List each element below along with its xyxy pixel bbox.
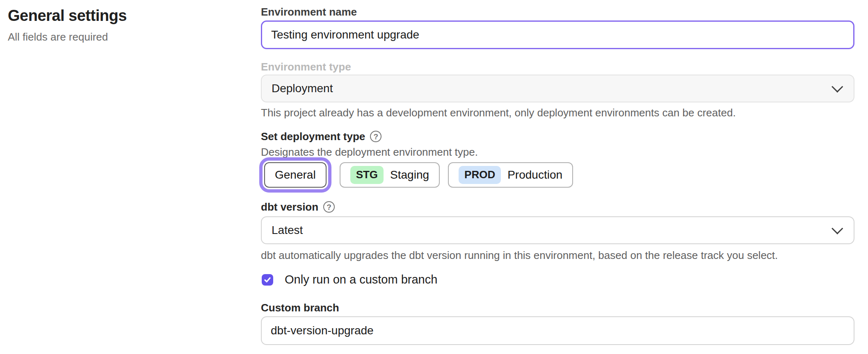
production-badge: PROD [459, 166, 501, 184]
custom-branch-checkbox[interactable] [262, 274, 273, 286]
chevron-down-icon [831, 81, 843, 93]
dbt-version-label: dbt version [261, 200, 318, 214]
deployment-type-general-button[interactable]: General [264, 162, 327, 188]
dbt-version-value: Latest [272, 224, 831, 237]
section-header: General settings All fields are required [8, 6, 238, 43]
custom-branch-label: Custom branch [261, 301, 339, 315]
staging-button-label: Staging [390, 168, 429, 182]
checkmark-icon [263, 276, 272, 284]
custom-branch-toggle-label[interactable]: Only run on a custom branch [285, 273, 437, 286]
environment-type-helper: This project already has a development e… [261, 106, 854, 120]
custom-branch-input[interactable] [261, 316, 854, 345]
production-button-label: Production [507, 168, 562, 182]
page-title: General settings [8, 6, 238, 25]
deployment-type-options: General STG Staging PROD Production [261, 162, 573, 188]
environment-type-value: Deployment [272, 82, 831, 95]
chevron-down-icon [831, 223, 843, 234]
deployment-type-label-row: Set deployment type ? [261, 129, 381, 143]
environment-type-label: Environment type [261, 60, 351, 74]
page-subtitle: All fields are required [8, 30, 238, 43]
custom-branch-toggle-row: Only run on a custom branch [262, 273, 437, 286]
dbt-version-label-row: dbt version ? [261, 200, 335, 214]
deployment-type-description: Designates the deployment environment ty… [261, 145, 854, 159]
deployment-type-staging-button[interactable]: STG Staging [340, 162, 440, 188]
general-button-label: General [275, 168, 316, 182]
deployment-type-label: Set deployment type [261, 129, 365, 143]
help-icon[interactable]: ? [370, 131, 381, 142]
environment-name-label: Environment name [261, 5, 357, 19]
deployment-type-production-button[interactable]: PROD Production [448, 162, 573, 188]
environment-name-input[interactable] [261, 20, 854, 49]
environment-settings-page: General settings All fields are required… [0, 0, 868, 354]
dbt-version-select[interactable]: Latest [261, 216, 854, 244]
environment-type-select: Deployment [261, 75, 854, 102]
dbt-version-helper: dbt automatically upgrades the dbt versi… [261, 248, 854, 262]
staging-badge: STG [350, 166, 384, 184]
help-icon[interactable]: ? [323, 201, 335, 213]
settings-form: Environment name Environment type Deploy… [261, 0, 854, 354]
